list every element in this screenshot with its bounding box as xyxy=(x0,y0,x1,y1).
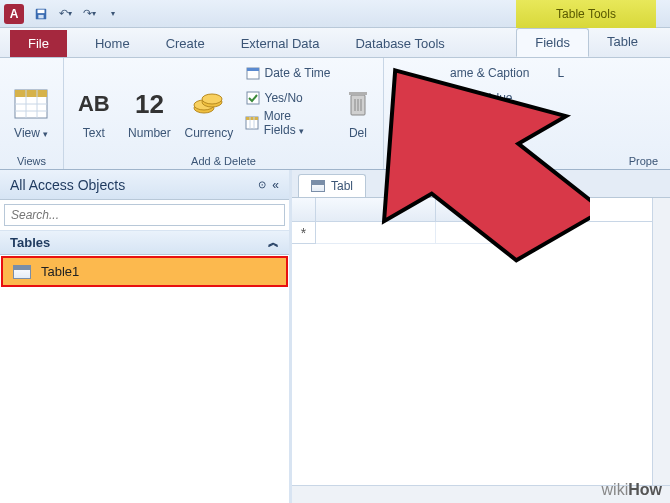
svg-rect-15 xyxy=(247,92,259,104)
delete-icon xyxy=(340,86,376,122)
ribbon-tabs: File Home Create External Data Database … xyxy=(0,28,670,58)
group-label-views: Views xyxy=(6,155,57,167)
app-icon: A xyxy=(4,4,24,24)
tab-file[interactable]: File xyxy=(10,30,67,57)
redo-icon: ↷ xyxy=(83,7,92,20)
calendar-icon xyxy=(245,65,261,81)
nav-search-wrap xyxy=(0,200,289,231)
nav-filter-dropdown-icon[interactable]: ⊙ xyxy=(258,179,266,190)
lookup-button[interactable]: L xyxy=(557,62,564,84)
column-header-add[interactable]: ▾ xyxy=(436,198,546,221)
navigation-pane: All Access Objects ⊙ « Tables ︽ Table1 xyxy=(0,170,292,503)
nav-item-table1[interactable]: Table1 xyxy=(1,256,288,287)
new-row-marker: * xyxy=(292,222,316,244)
document-area: Tabl ▾ * xyxy=(292,170,670,503)
watermark: wikiHow xyxy=(602,481,662,499)
document-tabs: Tabl xyxy=(292,170,670,198)
date-time-button[interactable]: Date & Time xyxy=(245,62,331,84)
view-button[interactable]: View▾ xyxy=(6,62,56,140)
svg-rect-14 xyxy=(247,68,259,71)
cell[interactable] xyxy=(316,222,436,244)
cell[interactable] xyxy=(436,222,546,244)
collapse-group-icon: ︽ xyxy=(268,235,279,250)
table-icon xyxy=(311,180,325,192)
title-bar: A ↶▾ ↷▾ ▾ Table Tools xyxy=(0,0,670,28)
save-qat-button[interactable] xyxy=(30,3,52,25)
undo-icon: ↶ xyxy=(59,7,68,20)
tab-external-data[interactable]: External Data xyxy=(223,30,338,57)
main-area: All Access Objects ⊙ « Tables ︽ Table1 T… xyxy=(0,170,670,503)
text-icon: AB xyxy=(76,86,112,122)
yes-no-button[interactable]: Yes/No xyxy=(245,87,331,109)
svg-rect-1 xyxy=(38,9,45,13)
table-icon xyxy=(13,265,31,279)
redo-qat-button[interactable]: ↷▾ xyxy=(78,3,100,25)
tab-create[interactable]: Create xyxy=(148,30,223,57)
nav-group-tables[interactable]: Tables ︽ xyxy=(0,231,289,255)
default-value-button[interactable]: efault Value xyxy=(450,87,529,109)
field-size-button[interactable]: eld S xyxy=(450,112,529,134)
nav-search-input[interactable] xyxy=(4,204,285,226)
ribbon: View▾ Views AB Text 12 Number Currency xyxy=(0,58,670,170)
delete-field-button[interactable]: Del xyxy=(339,62,377,140)
svg-rect-2 xyxy=(38,14,43,18)
currency-field-button[interactable]: Currency xyxy=(181,62,236,140)
svg-rect-4 xyxy=(15,90,47,97)
tab-table[interactable]: Table xyxy=(589,28,656,57)
svg-rect-17 xyxy=(246,117,258,120)
more-fields-button[interactable]: More Fields▾ xyxy=(245,112,331,134)
checkbox-icon xyxy=(245,90,261,106)
currency-icon xyxy=(191,86,227,122)
group-label-add-delete: Add & Delete xyxy=(70,155,377,167)
number-icon: 12 xyxy=(131,86,167,122)
qat-customize-button[interactable]: ▾ xyxy=(102,3,124,25)
nav-collapse-icon[interactable]: « xyxy=(272,178,279,192)
undo-qat-button[interactable]: ↶▾ xyxy=(54,3,76,25)
tab-home[interactable]: Home xyxy=(77,30,148,57)
more-fields-icon xyxy=(245,115,260,131)
number-field-button[interactable]: 12 Number xyxy=(126,62,174,140)
contextual-tab-label: Table Tools xyxy=(516,0,656,28)
doc-tab-table1[interactable]: Tabl xyxy=(298,174,366,197)
tab-fields[interactable]: Fields xyxy=(516,28,589,57)
tab-database-tools[interactable]: Database Tools xyxy=(337,30,462,57)
nav-header[interactable]: All Access Objects ⊙ « xyxy=(0,170,289,200)
svg-rect-21 xyxy=(349,92,367,95)
vertical-scrollbar[interactable] xyxy=(652,198,670,503)
nav-item-label: Table1 xyxy=(41,264,79,279)
column-header-id[interactable] xyxy=(316,198,436,221)
datasheet[interactable]: ▾ * xyxy=(292,198,670,503)
group-label-properties: Prope xyxy=(390,155,664,167)
add-field-dropdown-icon: ▾ xyxy=(534,205,539,215)
text-field-button[interactable]: AB Text xyxy=(70,62,118,140)
datasheet-view-icon xyxy=(13,86,49,122)
name-caption-button[interactable]: ame & Caption xyxy=(450,62,529,84)
row-selector-header[interactable] xyxy=(292,198,316,221)
svg-point-12 xyxy=(202,94,222,104)
